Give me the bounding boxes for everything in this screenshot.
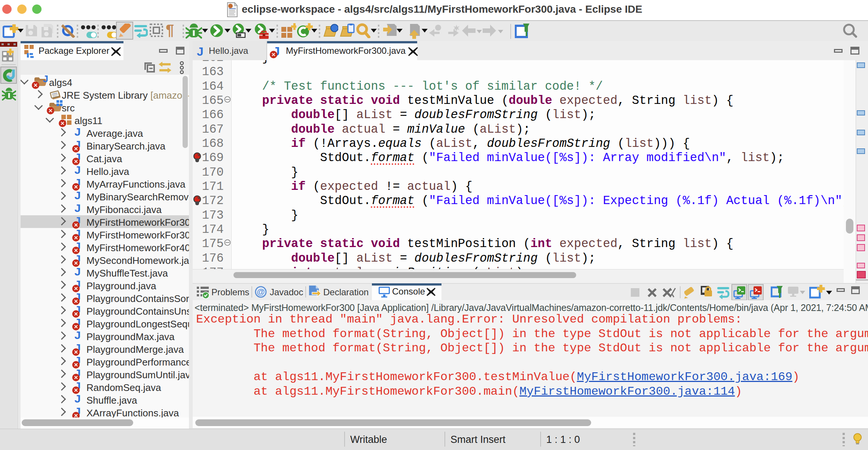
svg-text:@: @ (257, 287, 265, 296)
